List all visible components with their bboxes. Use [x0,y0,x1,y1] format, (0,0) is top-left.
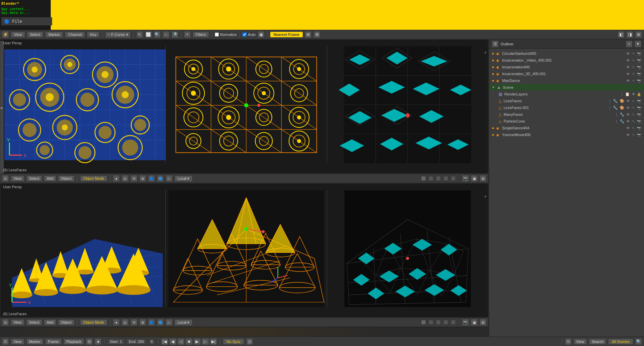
bottom-layer3-icon[interactable] [436,320,441,325]
lessfaces-cursor-btn[interactable]: ↖ [631,99,636,103]
record-icon[interactable]: ● [95,338,101,345]
manyfaces-cursor-btn[interactable]: ↖ [631,112,636,117]
status-frame-btn[interactable]: Frame [45,339,62,345]
status-view-btn[interactable]: View [11,339,24,345]
bottom-local-btn[interactable]: Local ▾ [175,319,192,326]
layer4-icon[interactable] [443,176,448,181]
render-btn-4[interactable]: 📷 [637,71,641,76]
bottom-transform-icon[interactable]: ⟲ [131,319,137,326]
stop-btn[interactable]: ■ [185,338,193,345]
frame-field[interactable]: 6 [148,339,155,345]
top-select-btn[interactable]: Select [26,175,42,181]
lessfaces001-render-btn[interactable]: 📷 [637,105,641,110]
bottom-shade2-icon[interactable]: ⊞ [480,319,486,326]
solid-icon[interactable]: ● [113,175,120,182]
bottom-layer1-icon[interactable] [421,320,426,325]
right-icon-2[interactable]: ◨ [626,31,633,38]
fcurve-marker-btn[interactable]: Marker [45,31,63,38]
outliner-item-singledance[interactable]: ● ◉ SingleDance404 👁 ↖ 📷 [489,125,644,131]
render-btn-11[interactable]: 📷 [637,126,641,130]
manyfaces-eye-btn[interactable]: 👁 [626,112,630,117]
fcurve-view-btn[interactable]: View [11,31,25,38]
bottom-wire-icon[interactable]: ◎ [122,319,129,326]
fps-icon[interactable]: ◷ [246,338,253,345]
particlecone-eye-btn[interactable]: 👁 [626,119,630,124]
clock-icon[interactable]: ⊙ [86,338,93,345]
cursor-btn-4[interactable]: ↖ [631,71,636,76]
eye-btn-1[interactable]: 👁 [626,51,630,56]
eye-btn-4[interactable]: 👁 [626,71,630,76]
manyfaces-render-btn[interactable]: 📷 [637,112,641,117]
cursor-btn-12[interactable]: ↖ [631,132,636,137]
outliner-filter-icon[interactable]: ▼ [635,41,641,47]
transform-icon[interactable]: ⟲ [131,175,137,182]
wire-icon[interactable]: ◎ [122,175,129,182]
file-menu[interactable]: File [12,19,22,24]
status-marker-btn[interactable]: Marker [26,339,43,345]
lessfaces-eye-btn[interactable]: 👁 [626,99,630,103]
bottom-manip2-icon[interactable]: ▷ [166,319,172,326]
viewport-shade2-icon[interactable]: ⊞ [480,175,486,182]
box-select-icon[interactable]: ⬜ [145,31,152,38]
end-field[interactable]: End: 250 [127,339,146,345]
cursor-btn-5[interactable]: ↖ [631,78,636,83]
eye-btn-11[interactable]: 👁 [626,126,630,130]
start-field[interactable]: Start: 1 [107,339,124,345]
outliner-item-incarceration-video[interactable]: ● ◉ Incarceration _Video_400.002 👁 ↖ 📷 [489,57,644,64]
layer2-icon[interactable] [429,176,433,181]
auto-options-icon[interactable]: ◉ [258,31,264,38]
skip-start-btn[interactable]: |◀ [161,338,168,345]
outliner-item-mandance[interactable]: ● ◉ ManDance 👁 ↖ 📷 [489,77,644,84]
status-playback-btn[interactable]: Playback [64,339,84,345]
filters-btn[interactable]: Filters [193,31,209,38]
lessfaces001-eye-btn[interactable]: 👁 [626,105,630,110]
bottom-snap-icon[interactable]: 🔵 [148,319,155,326]
fcurve-key-btn[interactable]: Key [87,31,99,38]
eye-btn-2[interactable]: 👁 [626,58,630,63]
outliner-icon[interactable]: ☰ [492,41,499,47]
normalize-checkbox-label[interactable]: Normalize [215,33,237,37]
bottom-select-btn[interactable]: Select [26,319,42,325]
particlecone-render-btn[interactable]: 📷 [637,119,641,124]
outliner-item-lessfaces[interactable]: △ LessFaces | 🔧 🎨 👁 ↖ 📷 [489,98,644,104]
grid-icon[interactable]: ⊞ [305,31,312,38]
cursor-btn-2[interactable]: ↖ [631,58,636,63]
outliner-add-icon[interactable]: + [626,41,632,47]
render-btn-3[interactable]: 📷 [637,65,641,69]
bottom-viewport[interactable]: User Persp + [0,183,488,318]
bottom-viewport-add-btn[interactable]: + [484,194,487,199]
status-editor-icon[interactable]: ⊡ [2,338,9,345]
outliner-item-renderlayers[interactable]: ▦ RenderLayers | 📋 👁 🔒 [489,91,644,98]
scroll-icon[interactable]: ↔ [163,31,169,38]
status-view2-btn[interactable]: View [574,339,587,345]
eye-btn-5[interactable]: 👁 [626,78,630,83]
bottom-layer4-icon[interactable] [443,320,448,325]
outliner-item-scene[interactable]: ▼ ▲ Scene [489,84,644,91]
top-object-btn[interactable]: Object [58,175,74,181]
play-btn[interactable]: ▶ [193,338,201,345]
eye-btn-3[interactable]: 👁 [626,65,630,69]
lessfaces-render-btn[interactable]: 📷 [637,99,641,103]
lessfaces001-cursor-btn[interactable]: ↖ [631,105,636,110]
bottom-layer2-icon[interactable] [429,320,433,325]
fcurve-mode-dropdown[interactable]: ~ F-Curve ▾ [105,31,130,38]
fcurve-channel-btn[interactable]: Channel [65,31,85,38]
renderlayers-lock-btn[interactable]: 🔒 [637,92,641,96]
renderlayers-eye-btn[interactable]: 👁 [631,92,636,96]
cursor-btn-11[interactable]: ↖ [631,126,636,130]
allscenes-btn[interactable]: All Scenes [608,339,633,345]
bottom-view-btn[interactable]: View [11,319,24,325]
bottom-layer5-icon[interactable] [451,320,456,325]
layer3-icon[interactable] [436,176,441,181]
outliner-item-yvonnemovie[interactable]: ● ◉ YvonneMovie400 👁 ↖ 📷 [489,131,644,138]
render-btn-5[interactable]: 📷 [637,78,641,83]
status-right-icon[interactable]: ⊡ [565,338,572,345]
manipulator-icon[interactable]: 🔷 [157,175,164,182]
bottom-pivot-icon[interactable]: ⊕ [139,319,146,326]
render-icon[interactable]: 📷 [462,175,469,182]
fcurve-select-btn[interactable]: Select [27,31,44,38]
search-icon[interactable]: 🔍 [635,338,642,345]
top-viewport-add-btn[interactable]: + [484,50,487,55]
render-btn-1[interactable]: 📷 [637,51,641,56]
manipulator2-icon[interactable]: ▷ [166,175,172,182]
